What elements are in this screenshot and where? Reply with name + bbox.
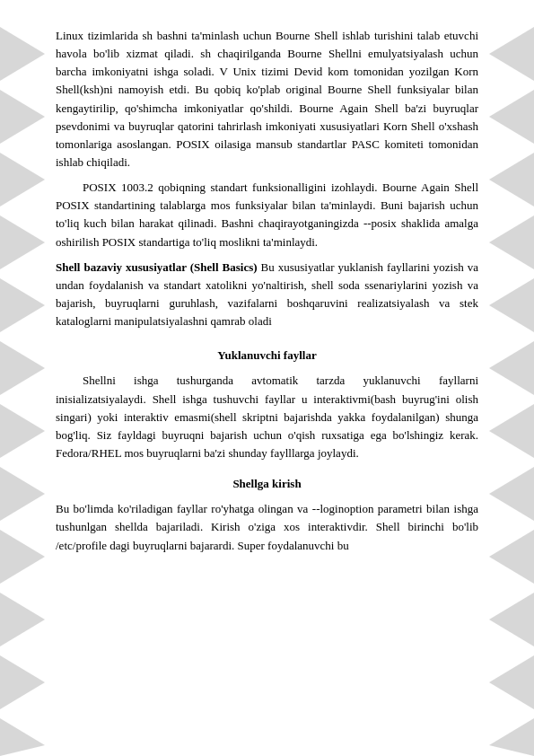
svg-marker-20 — [489, 530, 534, 584]
svg-marker-22 — [489, 655, 534, 709]
section-yuklanuvchi-heading: Yuklanuvchi fayllar — [56, 347, 478, 365]
svg-marker-10 — [0, 655, 45, 709]
paragraph-1: Linux tizimlarida sh bashni ta'minlash u… — [56, 27, 478, 171]
svg-marker-9 — [0, 593, 45, 646]
section1-paragraph-1: Shellni ishga tushurganda avtomatik tarz… — [56, 372, 478, 462]
paragraph-3: Shell bazaviy xususiyatlar (Shell Basics… — [56, 259, 478, 331]
svg-marker-7 — [0, 467, 45, 521]
shell-basics-heading: Shell bazaviy xususiyatlar (Shell Basics… — [56, 260, 258, 274]
svg-marker-6 — [0, 404, 45, 458]
svg-marker-8 — [0, 530, 45, 584]
svg-marker-1 — [0, 90, 45, 144]
deco-left — [0, 0, 54, 756]
svg-marker-0 — [0, 27, 45, 81]
main-text-block: Linux tizimlarida sh bashni ta'minlash u… — [56, 27, 478, 555]
svg-marker-5 — [0, 341, 45, 395]
svg-marker-14 — [489, 153, 534, 207]
svg-marker-11 — [0, 718, 45, 756]
svg-marker-18 — [489, 404, 534, 458]
svg-marker-12 — [489, 27, 534, 81]
svg-marker-19 — [489, 467, 534, 521]
svg-marker-15 — [489, 215, 534, 269]
content-area: Linux tizimlarida sh bashni ta'minlash u… — [56, 0, 478, 555]
svg-marker-17 — [489, 341, 534, 395]
paragraph-2: POSIX 1003.2 qobiqning standart funksion… — [56, 179, 478, 251]
svg-marker-3 — [0, 215, 45, 269]
svg-marker-21 — [489, 593, 534, 646]
section-shellga-heading: Shellga kirish — [56, 475, 478, 493]
svg-marker-13 — [489, 90, 534, 144]
section2-paragraph-1: Bu bo'limda ko'riladigan fayllar ro'yhat… — [56, 500, 478, 554]
svg-marker-4 — [0, 278, 45, 332]
svg-marker-23 — [489, 718, 534, 756]
deco-right — [480, 0, 534, 756]
document-page: Linux tizimlarida sh bashni ta'minlash u… — [0, 0, 534, 756]
svg-marker-16 — [489, 278, 534, 332]
svg-marker-2 — [0, 153, 45, 207]
